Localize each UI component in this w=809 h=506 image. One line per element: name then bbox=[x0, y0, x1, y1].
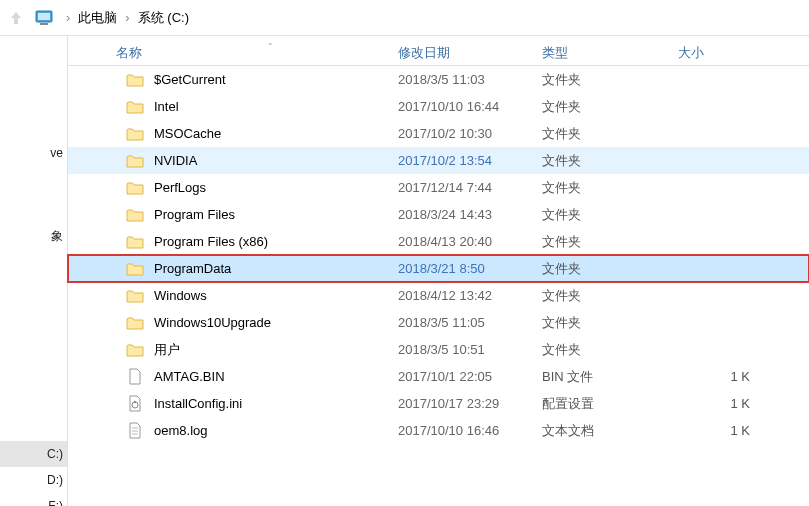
file-type-cell: 文件夹 bbox=[542, 233, 678, 251]
file-row[interactable]: AMTAG.BIN2017/10/1 22:05BIN 文件1 K bbox=[68, 363, 809, 390]
folder-row[interactable]: Program Files (x86)2018/4/13 20:40文件夹 bbox=[68, 228, 809, 255]
file-name-label: Program Files bbox=[154, 207, 235, 222]
file-size-cell: 1 K bbox=[678, 396, 758, 411]
file-size-cell: 1 K bbox=[678, 423, 758, 438]
file-name-label: InstallConfig.ini bbox=[154, 396, 242, 411]
folder-icon bbox=[126, 206, 144, 224]
file-date-cell: 2017/10/10 16:44 bbox=[398, 99, 542, 114]
col-header-size[interactable]: 大小 bbox=[678, 44, 758, 62]
file-type-cell: BIN 文件 bbox=[542, 368, 678, 386]
folder-icon bbox=[126, 233, 144, 251]
file-name-label: Windows10Upgrade bbox=[154, 315, 271, 330]
folder-icon bbox=[126, 287, 144, 305]
file-type-cell: 文件夹 bbox=[542, 98, 678, 116]
nav-item[interactable] bbox=[0, 80, 67, 92]
breadcrumb-separator: › bbox=[119, 10, 135, 25]
file-type-cell: 文件夹 bbox=[542, 287, 678, 305]
svg-rect-4 bbox=[134, 401, 136, 403]
file-list: $GetCurrent2018/3/5 11:03文件夹Intel2017/10… bbox=[68, 66, 809, 506]
file-date-cell: 2017/10/2 13:54 bbox=[398, 153, 542, 168]
file-type-cell: 文件夹 bbox=[542, 125, 678, 143]
breadcrumb-separator: › bbox=[60, 10, 76, 25]
col-header-date[interactable]: 修改日期 bbox=[398, 44, 542, 62]
file-type-cell: 文件夹 bbox=[542, 152, 678, 170]
breadcrumb-root[interactable]: 此电脑 bbox=[76, 9, 119, 27]
folder-row[interactable]: Windows10Upgrade2018/3/5 11:05文件夹 bbox=[68, 309, 809, 336]
file-name-cell: oem8.log bbox=[68, 422, 398, 440]
folder-icon bbox=[126, 260, 144, 278]
breadcrumb-drive[interactable]: 系统 (C:) bbox=[136, 9, 191, 27]
column-headers: 名称 ˄ 修改日期 类型 大小 bbox=[68, 36, 809, 66]
file-pane: 名称 ˄ 修改日期 类型 大小 $GetCurrent2018/3/5 11:0… bbox=[68, 36, 809, 506]
file-row[interactable]: InstallConfig.ini2017/10/17 23:29配置设置1 K bbox=[68, 390, 809, 417]
folder-row[interactable]: 用户2018/3/5 10:51文件夹 bbox=[68, 336, 809, 363]
file-name-label: Program Files (x86) bbox=[154, 234, 268, 249]
file-name-label: AMTAG.BIN bbox=[154, 369, 225, 384]
folder-icon bbox=[126, 71, 144, 89]
folder-row[interactable]: ProgramData2018/3/21 8:50文件夹 bbox=[68, 255, 809, 282]
file-row[interactable]: oem8.log2017/10/10 16:46文本文档1 K bbox=[68, 417, 809, 444]
file-name-cell: 用户 bbox=[68, 341, 398, 359]
file-name-label: $GetCurrent bbox=[154, 72, 226, 87]
col-header-type[interactable]: 类型 bbox=[542, 44, 678, 62]
folder-icon bbox=[126, 179, 144, 197]
folder-icon bbox=[126, 341, 144, 359]
svg-rect-1 bbox=[38, 13, 50, 20]
col-header-name[interactable]: 名称 ˄ bbox=[68, 44, 398, 62]
folder-row[interactable]: PerfLogs2017/12/14 7:44文件夹 bbox=[68, 174, 809, 201]
file-name-label: oem8.log bbox=[154, 423, 207, 438]
folder-row[interactable]: MSOCache2017/10/2 10:30文件夹 bbox=[68, 120, 809, 147]
nav-item[interactable]: 象 bbox=[0, 222, 67, 251]
file-name-cell: $GetCurrent bbox=[68, 71, 398, 89]
folder-row[interactable]: Intel2017/10/10 16:44文件夹 bbox=[68, 93, 809, 120]
file-type-cell: 文件夹 bbox=[542, 179, 678, 197]
file-date-cell: 2018/4/12 13:42 bbox=[398, 288, 542, 303]
file-date-cell: 2018/3/24 14:43 bbox=[398, 207, 542, 222]
file-type-cell: 文件夹 bbox=[542, 260, 678, 278]
file-name-label: MSOCache bbox=[154, 126, 221, 141]
folder-icon bbox=[126, 98, 144, 116]
nav-item-d-drive[interactable]: D:) bbox=[0, 467, 67, 493]
folder-row[interactable]: Windows2018/4/12 13:42文件夹 bbox=[68, 282, 809, 309]
folder-icon bbox=[126, 314, 144, 332]
file-name-label: NVIDIA bbox=[154, 153, 197, 168]
file-name-cell: PerfLogs bbox=[68, 179, 398, 197]
file-name-cell: Program Files (x86) bbox=[68, 233, 398, 251]
file-type-cell: 文本文档 bbox=[542, 422, 678, 440]
text-file-icon bbox=[126, 422, 144, 440]
folder-row[interactable]: NVIDIA2017/10/2 13:54文件夹 bbox=[68, 147, 809, 174]
left-nav-panel: ve 象 C:) D:) F:) G:) bbox=[0, 36, 68, 506]
file-type-cell: 文件夹 bbox=[542, 71, 678, 89]
file-name-cell: NVIDIA bbox=[68, 152, 398, 170]
file-name-cell: Intel bbox=[68, 98, 398, 116]
file-name-label: Intel bbox=[154, 99, 179, 114]
file-name-cell: InstallConfig.ini bbox=[68, 395, 398, 413]
file-date-cell: 2017/10/10 16:46 bbox=[398, 423, 542, 438]
file-name-label: 用户 bbox=[154, 341, 180, 359]
file-type-cell: 文件夹 bbox=[542, 341, 678, 359]
file-name-label: ProgramData bbox=[154, 261, 231, 276]
file-date-cell: 2018/4/13 20:40 bbox=[398, 234, 542, 249]
file-type-cell: 配置设置 bbox=[542, 395, 678, 413]
folder-icon bbox=[126, 152, 144, 170]
up-arrow-icon[interactable] bbox=[4, 6, 28, 30]
file-name-label: PerfLogs bbox=[154, 180, 206, 195]
file-date-cell: 2018/3/21 8:50 bbox=[398, 261, 542, 276]
sort-indicator-icon: ˄ bbox=[268, 42, 273, 52]
folder-row[interactable]: $GetCurrent2018/3/5 11:03文件夹 bbox=[68, 66, 809, 93]
file-type-cell: 文件夹 bbox=[542, 314, 678, 332]
file-type-cell: 文件夹 bbox=[542, 206, 678, 224]
nav-item[interactable]: ve bbox=[0, 140, 67, 166]
nav-item-f-drive[interactable]: F:) bbox=[0, 493, 67, 506]
file-date-cell: 2018/3/5 11:03 bbox=[398, 72, 542, 87]
file-date-cell: 2017/10/1 22:05 bbox=[398, 369, 542, 384]
file-icon bbox=[126, 368, 144, 386]
file-size-cell: 1 K bbox=[678, 369, 758, 384]
folder-row[interactable]: Program Files2018/3/24 14:43文件夹 bbox=[68, 201, 809, 228]
col-header-name-label: 名称 bbox=[116, 45, 142, 60]
computer-icon bbox=[34, 9, 54, 27]
nav-item-c-drive[interactable]: C:) bbox=[0, 441, 67, 467]
file-name-cell: Windows bbox=[68, 287, 398, 305]
main-area: ve 象 C:) D:) F:) G:) 名称 ˄ 修改日期 类型 大小 $Ge… bbox=[0, 36, 809, 506]
file-name-label: Windows bbox=[154, 288, 207, 303]
